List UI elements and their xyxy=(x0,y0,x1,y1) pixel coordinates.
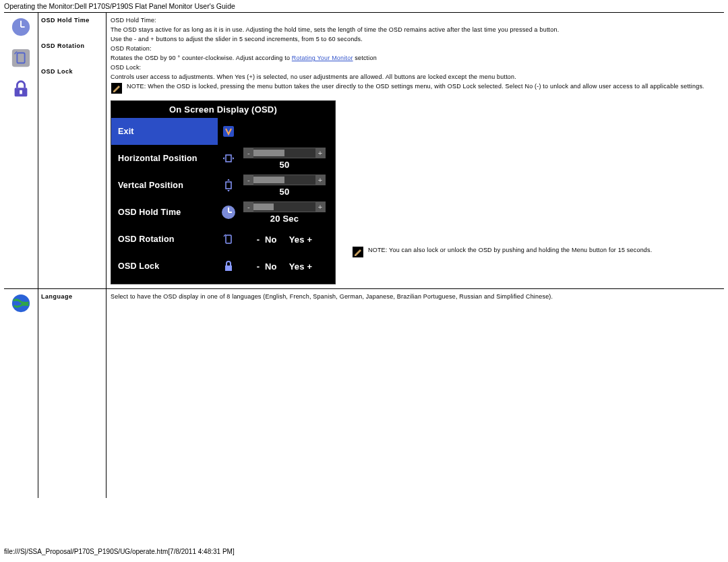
globe-icon xyxy=(11,293,31,313)
vpos-icon xyxy=(218,179,239,192)
osd-panel: On Screen Display (OSD) Exit Horizontal … xyxy=(111,100,336,284)
svg-rect-12 xyxy=(226,182,231,189)
osd-panel-title: On Screen Display (OSD) xyxy=(111,101,335,118)
osd-label-hold: OSD Hold Time xyxy=(111,208,218,217)
svg-rect-3 xyxy=(12,49,30,67)
vpos-slider[interactable]: - + xyxy=(243,175,326,185)
osd-row-vpos[interactable]: Vertcal Position - + 50 xyxy=(111,172,335,199)
note-2-text: NOTE: You can also lock or unlock the OS… xyxy=(368,247,652,253)
page-header: Operating the Monitor:Dell P170S/P190S F… xyxy=(0,0,728,12)
note-body: You can also lock or unlock the OSD by p… xyxy=(388,247,653,253)
rotation-icon xyxy=(11,48,31,68)
icon-column xyxy=(4,13,38,288)
hpos-slider[interactable]: - + xyxy=(243,148,326,158)
hold-time-heading: OSD Hold Time: xyxy=(111,17,720,24)
rotation-no[interactable]: No xyxy=(265,235,277,245)
rotation-body: Rotates the OSD by 90 ° counter-clockwis… xyxy=(111,55,720,61)
rotation-yes[interactable]: Yes + xyxy=(289,235,313,245)
osd-label-exit: Exit xyxy=(111,118,218,145)
note-body: When the OSD is locked, pressing the men… xyxy=(146,83,704,90)
slider-minus-button[interactable]: - xyxy=(244,202,253,212)
slider-plus-button[interactable]: + xyxy=(315,175,325,185)
hpos-icon xyxy=(218,152,239,165)
clock-icon xyxy=(11,17,31,37)
svg-rect-9 xyxy=(226,155,231,162)
lock-value-area: - No Yes + xyxy=(239,261,335,272)
rotation-body-post: setction xyxy=(355,55,377,61)
page-footer: file:///S|/SSA_Proposal/P170S_P190S/UG/o… xyxy=(0,545,239,558)
note-box-1: NOTE: When the OSD is locked, pressing t… xyxy=(111,83,720,94)
lock-icon xyxy=(11,79,31,99)
label-column: OSD Hold Time OSD Rotation OSD Lock xyxy=(38,13,107,288)
language-body: Select to have the OSD display in one of… xyxy=(111,293,720,300)
osd-row-hold[interactable]: OSD Hold Time - + 20 Sec xyxy=(111,199,335,226)
note-prefix: NOTE: xyxy=(127,83,146,90)
slider-plus-button[interactable]: + xyxy=(315,148,325,158)
lock-heading: OSD Lock: xyxy=(111,64,720,71)
label-hold-time: OSD Hold Time xyxy=(41,17,103,24)
lock-no[interactable]: No xyxy=(265,261,277,272)
osd-label-hpos: Horizontal Position xyxy=(111,154,218,163)
pencil-note-icon xyxy=(352,247,364,257)
rotation-small-icon xyxy=(218,232,239,246)
osd-label-rotation: OSD Rotation xyxy=(111,235,218,244)
svg-marker-10 xyxy=(223,157,224,160)
svg-rect-6 xyxy=(20,90,22,94)
svg-marker-13 xyxy=(227,179,230,181)
slider-plus-button[interactable]: + xyxy=(315,202,325,212)
osd-row-rotation[interactable]: OSD Rotation - No Yes + xyxy=(111,226,335,253)
label-language: Language xyxy=(41,293,103,300)
osd-row-lock[interactable]: OSD Lock - No Yes + xyxy=(111,253,335,280)
icon-column-lang xyxy=(4,289,38,498)
rotation-body-pre: Rotates the OSD by 90 ° counter-clockwis… xyxy=(111,55,292,61)
hold-slider-area: - + 20 Sec xyxy=(239,201,335,224)
lock-small-icon xyxy=(218,259,239,273)
lock-yes[interactable]: Yes + xyxy=(289,261,313,272)
rotation-value-area: - No Yes + xyxy=(239,235,335,245)
rotation-heading: OSD Rotation: xyxy=(111,45,720,52)
description-column-lang: Select to have the OSD display in one of… xyxy=(107,289,724,498)
exit-icon xyxy=(218,125,239,138)
lock-minus: - xyxy=(257,261,260,272)
svg-marker-14 xyxy=(227,190,230,191)
label-column-lang: Language xyxy=(38,289,107,498)
rotating-monitor-link[interactable]: Rotating Your Monitor xyxy=(292,55,353,61)
rotation-minus: - xyxy=(257,235,260,245)
vpos-value: 50 xyxy=(280,187,290,197)
hold-clock-icon xyxy=(218,205,239,220)
note-prefix: NOTE: xyxy=(368,247,388,253)
osd-row-hpos[interactable]: Horizontal Position - + 50 xyxy=(111,145,335,172)
svg-marker-11 xyxy=(233,157,234,160)
osd-row-exit[interactable]: Exit xyxy=(111,118,335,145)
hpos-value: 50 xyxy=(280,160,290,170)
hold-time-body2: Use the - and + buttons to adjust the sl… xyxy=(111,36,720,42)
slider-minus-button[interactable]: - xyxy=(244,175,253,185)
svg-rect-19 xyxy=(225,266,232,271)
section-osd-settings: OSD Hold Time OSD Rotation OSD Lock OSD … xyxy=(4,13,724,289)
note-box-2: NOTE: You can also lock or unlock the OS… xyxy=(352,247,652,257)
description-column: OSD Hold Time: The OSD stays active for … xyxy=(107,13,724,288)
section-language: Language Select to have the OSD display … xyxy=(4,289,724,498)
label-rotation: OSD Rotation xyxy=(41,42,103,49)
hold-slider[interactable]: - + xyxy=(243,201,326,212)
osd-label-vpos: Vertcal Position xyxy=(111,181,218,190)
svg-rect-18 xyxy=(226,235,231,243)
lock-body: Controls user access to adjustments. Whe… xyxy=(111,73,720,80)
osd-label-lock: OSD Lock xyxy=(111,261,218,271)
note-1-text: NOTE: When the OSD is locked, pressing t… xyxy=(127,83,704,94)
label-lock: OSD Lock xyxy=(41,68,103,75)
hold-value: 20 Sec xyxy=(270,214,299,224)
pencil-note-icon xyxy=(111,83,123,94)
hpos-slider-area: - + 50 xyxy=(239,148,335,170)
hold-time-body1: The OSD stays active for as long as it i… xyxy=(111,26,720,33)
content-outer: OSD Hold Time OSD Rotation OSD Lock OSD … xyxy=(4,12,724,498)
vpos-slider-area: - + 50 xyxy=(239,175,335,197)
slider-minus-button[interactable]: - xyxy=(244,148,253,158)
